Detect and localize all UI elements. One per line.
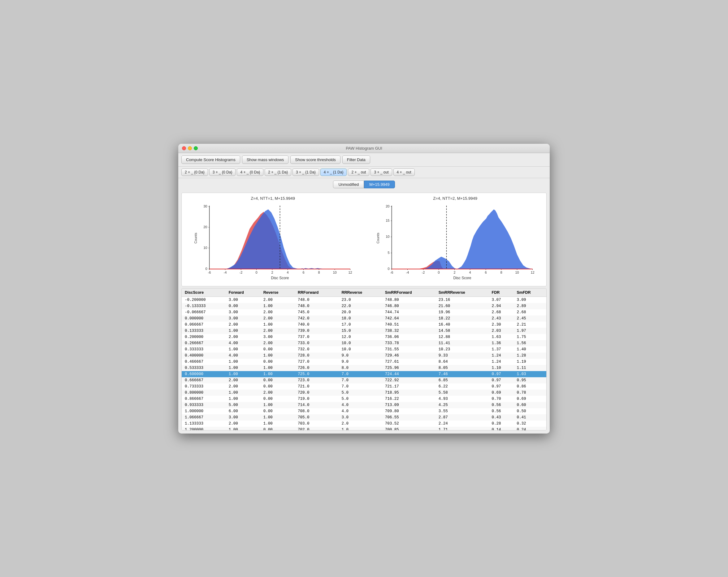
cell-3-0: 0.000000 <box>182 315 226 322</box>
table-row[interactable]: 0.2000002.003.00737.012.0736.0612.881.63… <box>182 334 546 340</box>
tab-2p-1da[interactable]: 2 + _ {1 Da} <box>265 168 291 176</box>
cell-17-3: 714.0 <box>295 402 338 408</box>
cell-6-4: 12.0 <box>338 334 382 340</box>
table-row[interactable]: 0.8000001.002.00720.05.0718.955.580.690.… <box>182 390 546 396</box>
cell-10-5: 727.61 <box>382 359 436 365</box>
table-row[interactable]: 0.0666672.001.00740.017.0740.5116.402.30… <box>182 322 546 328</box>
svg-text:4: 4 <box>287 271 288 274</box>
cell-11-3: 726.0 <box>295 365 338 371</box>
cell-2-2: 2.00 <box>260 309 295 315</box>
table-row[interactable]: -0.2000003.002.00748.023.0748.8023.163.0… <box>182 297 546 303</box>
cell-16-8: 0.69 <box>514 396 546 402</box>
svg-text:0: 0 <box>255 271 257 274</box>
cell-11-7: 1.10 <box>489 365 514 371</box>
chart-2-title: Z=4, NTT=2, M+15.9949 <box>367 196 543 201</box>
cell-12-6: 7.46 <box>436 371 489 377</box>
col-forward: Forward <box>226 288 260 297</box>
cell-16-0: 0.866667 <box>182 396 226 402</box>
maximize-button[interactable] <box>194 146 198 150</box>
cell-11-5: 725.96 <box>382 365 436 371</box>
titlebar: PAW Histogram GUI <box>178 144 550 153</box>
toolbar: Compute Score Histograms Show mass windo… <box>178 153 550 167</box>
filter-button[interactable]: Filter Data <box>342 156 370 164</box>
cell-13-5: 722.92 <box>382 377 436 383</box>
modifier-m15[interactable]: M+15.9949 <box>364 181 395 188</box>
svg-text:-4: -4 <box>224 271 227 274</box>
col-smfdr: SmFDR <box>514 288 546 297</box>
cell-10-1: 1.00 <box>226 359 260 365</box>
tab-3p-1da[interactable]: 3 + _ {1 Da} <box>292 168 319 176</box>
cell-4-4: 17.0 <box>338 322 382 328</box>
mass-windows-button[interactable]: Show mass windows <box>242 156 289 164</box>
cell-3-3: 742.0 <box>295 315 338 322</box>
table-row[interactable]: -0.0666673.002.00745.020.0744.7419.962.6… <box>182 309 546 315</box>
svg-text:2: 2 <box>271 271 273 274</box>
tab-2p-0da[interactable]: 2 + _ {0 Da} <box>181 168 208 176</box>
minimize-button[interactable] <box>188 146 192 150</box>
table-row[interactable]: 1.2000001.000.00702.01.0700.851.710.140.… <box>182 427 546 431</box>
cell-9-4: 9.0 <box>338 353 382 359</box>
compute-button[interactable]: Compute Score Histograms <box>181 156 240 164</box>
svg-text:15: 15 <box>386 219 389 222</box>
table-row[interactable]: 1.0666673.001.00705.03.0706.552.870.430.… <box>182 414 546 420</box>
tab-4p-1da[interactable]: 4 + _ {1 Da} <box>320 168 347 176</box>
cell-2-1: 3.00 <box>226 309 260 315</box>
tab-4p-out[interactable]: 4 + _ out <box>393 168 415 176</box>
table-row[interactable]: 0.3333331.000.00732.010.0731.5510.231.37… <box>182 346 546 353</box>
cell-8-3: 732.0 <box>295 346 338 353</box>
cell-11-0: 0.533333 <box>182 365 226 371</box>
cell-10-0: 0.466667 <box>182 359 226 365</box>
cell-0-5: 748.80 <box>382 297 436 303</box>
modifier-unmodified[interactable]: Unmodified <box>333 181 364 188</box>
cell-6-3: 737.0 <box>295 334 338 340</box>
table-header-row: DiscScore Forward Reverse RRForward RRRe… <box>182 288 546 297</box>
window-title: PAW Histogram GUI <box>346 146 382 150</box>
table-row[interactable]: 0.5333331.001.00726.08.0725.968.051.101.… <box>182 365 546 371</box>
svg-text:20: 20 <box>386 204 389 208</box>
table-row[interactable]: 0.0000003.002.00742.018.0742.6418.222.43… <box>182 315 546 322</box>
cell-1-4: 22.0 <box>338 303 382 309</box>
cell-20-2: 1.00 <box>260 420 295 427</box>
cell-6-6: 12.88 <box>436 334 489 340</box>
cell-6-5: 736.06 <box>382 334 436 340</box>
table-row[interactable]: 0.7333332.000.00721.07.0721.176.220.970.… <box>182 383 546 390</box>
tab-4p-0da[interactable]: 4 + _ {0 Da} <box>237 168 263 176</box>
cell-2-5: 744.74 <box>382 309 436 315</box>
cell-5-6: 14.58 <box>436 328 489 334</box>
table-row[interactable]: -0.1333330.001.00748.022.0746.8021.602.9… <box>182 303 546 309</box>
cell-9-0: 0.400000 <box>182 353 226 359</box>
cell-10-7: 1.24 <box>489 359 514 365</box>
tab-3p-0da[interactable]: 3 + _ {0 Da} <box>209 168 236 176</box>
table-row[interactable]: 0.9333335.001.00714.04.0713.094.250.560.… <box>182 402 546 408</box>
cell-21-0: 1.200000 <box>182 427 226 431</box>
cell-4-6: 16.40 <box>436 322 489 328</box>
cell-6-0: 0.200000 <box>182 334 226 340</box>
cell-18-1: 6.00 <box>226 408 260 414</box>
tab-2p-out[interactable]: 2 + _ out <box>348 168 369 176</box>
cell-21-1: 1.00 <box>226 427 260 431</box>
cell-6-8: 1.75 <box>514 334 546 340</box>
svg-text:Counts: Counts <box>194 232 198 243</box>
table-row[interactable]: 0.6666672.000.00723.07.0722.926.850.970.… <box>182 377 546 383</box>
table-row[interactable]: 0.1333331.002.00739.015.0738.3214.582.03… <box>182 328 546 334</box>
cell-19-1: 3.00 <box>226 414 260 420</box>
cell-7-5: 733.78 <box>382 340 436 346</box>
table-row[interactable]: 0.2666674.002.00733.010.0733.7811.411.36… <box>182 340 546 346</box>
table-row[interactable]: 1.0000006.000.00708.04.0709.803.550.560.… <box>182 408 546 414</box>
table-row[interactable]: 0.6000001.001.00725.07.0724.447.460.971.… <box>182 371 546 377</box>
cell-14-7: 0.97 <box>489 383 514 390</box>
cell-4-7: 2.30 <box>489 322 514 328</box>
traffic-lights <box>182 146 198 150</box>
close-button[interactable] <box>182 146 186 150</box>
tab-3p-out[interactable]: 3 + _ out <box>370 168 392 176</box>
table-row[interactable]: 0.4666671.000.00727.09.0727.618.641.241.… <box>182 359 546 365</box>
cell-7-1: 4.00 <box>226 340 260 346</box>
table-row[interactable]: 0.8666671.000.00719.05.0716.224.930.700.… <box>182 396 546 402</box>
cell-13-4: 7.0 <box>338 377 382 383</box>
cell-20-0: 1.133333 <box>182 420 226 427</box>
table-row[interactable]: 0.4000004.001.00728.09.0729.469.331.241.… <box>182 353 546 359</box>
cell-14-2: 0.00 <box>260 383 295 390</box>
cell-14-5: 721.17 <box>382 383 436 390</box>
score-thresholds-button[interactable]: Show score thresholds <box>290 156 340 164</box>
table-row[interactable]: 1.1333332.001.00703.02.0703.522.240.280.… <box>182 420 546 427</box>
